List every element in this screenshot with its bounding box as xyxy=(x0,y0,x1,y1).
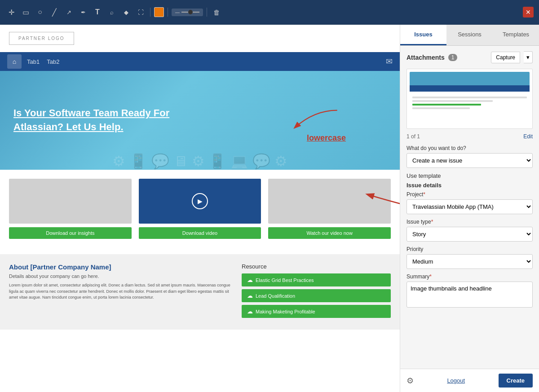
separator xyxy=(150,8,150,17)
resource-btn-2[interactable]: ☁ Lead Qualification xyxy=(242,289,391,302)
annotation-arrow2-svg xyxy=(358,192,400,215)
capture-button[interactable]: Capture xyxy=(491,52,520,63)
panel-footer: ⚙ Logout Create xyxy=(400,369,539,392)
scr-line-2 xyxy=(412,100,493,102)
nav-tab2[interactable]: Tab2 xyxy=(47,58,59,65)
thumbnails-annotation: add thumbnails xyxy=(358,192,400,215)
use-template-label: Use template xyxy=(406,172,533,179)
annotation-arrow-svg xyxy=(278,106,346,133)
issue-type-select[interactable]: Story xyxy=(406,227,533,242)
annotation-lowercase-label: lowercase xyxy=(307,133,346,143)
tab-sessions[interactable]: Sessions xyxy=(446,25,493,45)
about-body: Lorem ipsum dolor sit amet, consectetur … xyxy=(9,282,233,301)
tool-line[interactable]: ╱ xyxy=(49,6,60,18)
canvas-area: PARTNER LOGO ⌂ Tab1 Tab2 ✉ ⚙ 📱 💬 🖥 ⚙ 📱 💻… xyxy=(0,25,400,392)
attachments-row: Attachments 1 Capture ▾ xyxy=(406,51,533,63)
video-card-3: Watch our video now add thumbnails xyxy=(268,179,391,239)
project-label: Project* xyxy=(406,191,533,198)
resource-icon-1: ☁ xyxy=(247,277,253,283)
resource-icon-2: ☁ xyxy=(247,292,253,299)
panel-body: Attachments 1 Capture ▾ xyxy=(400,46,539,369)
email-icon: ✉ xyxy=(386,57,393,66)
project-select[interactable]: Travelassian Mobile App (TMA) xyxy=(406,199,533,214)
resource-btn-1[interactable]: ☁ Elastic Grid Best Practices xyxy=(242,273,391,286)
partner-logo: PARTNER LOGO xyxy=(9,32,74,45)
download-video-button[interactable]: Download video xyxy=(139,227,261,239)
tool-delete[interactable]: 🗑 xyxy=(211,6,222,18)
screenshot-content xyxy=(412,97,527,111)
nav-tab1[interactable]: Tab1 xyxy=(27,58,40,65)
bottom-section: About [Partner Company Name] Details abo… xyxy=(0,254,400,330)
panel-tabs: Issues Sessions Templates xyxy=(400,25,539,46)
resource-btn-3[interactable]: ☁ Making Maketing Profitable xyxy=(242,305,391,318)
resource-column: Resource ☁ Elastic Grid Best Practices ☁… xyxy=(242,263,391,321)
priority-select[interactable]: Medium xyxy=(406,254,533,269)
pagination-text: 1 of 1 xyxy=(406,133,420,140)
tool-move[interactable]: ✛ xyxy=(5,6,17,18)
hero-annotation: lowercase xyxy=(278,106,346,143)
resource-label-1: Elastic Grid Best Practices xyxy=(256,277,314,283)
about-title: About [Partner Company Name] xyxy=(9,263,233,271)
video-thumb-featured: ▶ xyxy=(139,179,261,224)
resource-label-2: Lead Qualification xyxy=(256,293,295,299)
tool-rectangle[interactable]: ▭ xyxy=(20,6,31,18)
about-column: About [Partner Company Name] Details abo… xyxy=(9,263,233,321)
settings-button[interactable]: ⚙ xyxy=(406,376,414,386)
watch-video-button[interactable]: Watch our video now xyxy=(268,227,391,239)
close-button[interactable]: ✕ xyxy=(523,7,534,18)
logout-button[interactable]: Logout xyxy=(447,377,465,384)
partner-logo-area: PARTNER LOGO xyxy=(0,25,400,52)
resource-icon-3: ☁ xyxy=(247,308,253,315)
tool-pen[interactable]: ✒ xyxy=(77,6,89,18)
priority-label: Priority xyxy=(406,246,533,252)
what-select[interactable]: Create a new issue xyxy=(406,153,533,168)
tool-ellipse[interactable]: ○ xyxy=(34,6,46,18)
about-subtitle: Details about your company can go here. xyxy=(9,273,233,279)
create-button[interactable]: Create xyxy=(499,374,533,388)
summary-required: * xyxy=(429,273,432,280)
color-picker[interactable] xyxy=(154,7,164,17)
screenshot-nav xyxy=(410,85,530,92)
stroke-slider[interactable]: — xyxy=(172,9,203,16)
hero-section: ⚙ 📱 💬 🖥 ⚙ 📱 💻 💬 ⚙ Is Your Software Team … xyxy=(0,71,400,170)
video-card-1: Download our insights xyxy=(9,179,132,239)
resource-label-3: Making Maketing Profitable xyxy=(256,309,315,314)
edit-link[interactable]: Edit xyxy=(523,133,533,140)
what-label: What do you want to do? xyxy=(406,145,533,151)
tool-crop[interactable]: ⛶ xyxy=(135,6,146,18)
pagination-row: 1 of 1 Edit xyxy=(406,133,533,140)
tab-issues[interactable]: Issues xyxy=(400,25,446,45)
nav-bar: ⌂ Tab1 Tab2 ✉ xyxy=(0,52,400,71)
screenshot-image xyxy=(410,72,530,126)
separator3 xyxy=(207,8,207,17)
project-required: * xyxy=(423,191,425,198)
issue-type-label: Issue type* xyxy=(406,219,533,225)
scr-line-1 xyxy=(412,97,527,98)
attachments-label: Attachments xyxy=(406,54,445,61)
tool-text[interactable]: T xyxy=(92,6,103,18)
main-container: PARTNER LOGO ⌂ Tab1 Tab2 ✉ ⚙ 📱 💬 🖥 ⚙ 📱 💻… xyxy=(0,25,539,392)
issue-type-required: * xyxy=(431,219,433,225)
play-button[interactable]: ▶ xyxy=(192,193,208,209)
home-icon[interactable]: ⌂ xyxy=(7,54,22,69)
tool-arrow[interactable]: ↗ xyxy=(63,6,75,18)
capture-dropdown-button[interactable]: ▾ xyxy=(524,51,533,63)
resource-title: Resource xyxy=(242,263,391,270)
video-card-2: ▶ Download video xyxy=(139,179,261,239)
attachments-count: 1 xyxy=(448,54,458,61)
issue-details-label: Issue details xyxy=(406,182,533,189)
summary-input[interactable]: Image thumbnails and headline xyxy=(406,282,533,308)
tab-templates[interactable]: Templates xyxy=(493,25,539,45)
download-insights-button[interactable]: Download our insights xyxy=(9,227,132,239)
separator2 xyxy=(168,8,168,17)
content-section: Download our insights ▶ Download video W… xyxy=(0,170,400,254)
tool-zoom[interactable]: ⌕ xyxy=(106,6,118,18)
right-panel: Issues Sessions Templates Attachments 1 … xyxy=(400,25,539,392)
scr-line-3 xyxy=(412,104,481,106)
video-row: Download our insights ▶ Download video W… xyxy=(9,179,391,239)
video-thumb-1 xyxy=(9,179,132,224)
scr-line-4 xyxy=(412,107,470,109)
summary-label: Summary* xyxy=(406,273,533,280)
toolbar: ✛ ▭ ○ ╱ ↗ ✒ T ⌕ ◆ ⛶ — 🗑 ✕ xyxy=(0,0,539,25)
tool-fill[interactable]: ◆ xyxy=(120,6,132,18)
